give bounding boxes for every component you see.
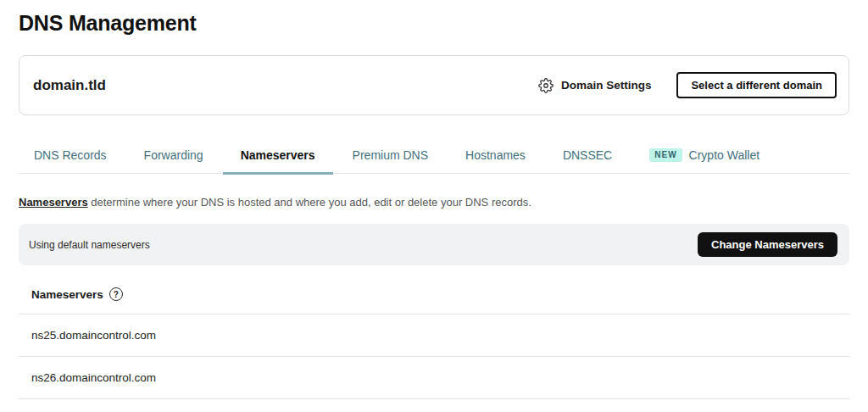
tab-dns-records[interactable]: DNS Records [34, 148, 107, 173]
tab-bar: DNS Records Forwarding Nameservers Premi… [19, 148, 849, 174]
page-title: DNS Management [19, 0, 849, 36]
tab-hostnames[interactable]: Hostnames [465, 148, 526, 173]
tab-forwarding[interactable]: Forwarding [144, 148, 203, 173]
domain-name: domain.tld [33, 77, 106, 94]
nameservers-table-header: Nameservers ? [19, 287, 849, 314]
tab-premium-dns[interactable]: Premium DNS [353, 148, 428, 173]
status-text: Using default nameservers [29, 239, 150, 251]
tab-description: Nameservers determine where your DNS is … [19, 196, 849, 209]
table-row: ns25.domaincontrol.com [19, 314, 849, 356]
nameserver-status-bar: Using default nameservers Change Nameser… [19, 224, 849, 265]
select-different-domain-button[interactable]: Select a different domain [676, 72, 837, 98]
nameservers-table: ns25.domaincontrol.com ns26.domaincontro… [19, 314, 849, 399]
domain-settings-label: Domain Settings [561, 79, 652, 92]
nameservers-column-header: Nameservers [31, 288, 103, 301]
description-text: determine where your DNS is hosted and w… [88, 196, 531, 209]
nameserver-value: ns25.domaincontrol.com [31, 329, 156, 342]
dns-management-page: DNS Management domain.tld Domain Setting… [0, 0, 868, 399]
tab-nameservers[interactable]: Nameservers [241, 148, 315, 173]
tab-dnssec[interactable]: DNSSEC [563, 148, 612, 173]
new-badge: NEW [649, 148, 682, 162]
nameservers-link[interactable]: Nameservers [19, 196, 88, 209]
tab-crypto-wallet[interactable]: NEW Crypto Wallet [649, 148, 760, 173]
table-row: ns26.domaincontrol.com [19, 356, 849, 398]
domain-settings-button[interactable]: Domain Settings [538, 78, 652, 93]
domain-card: domain.tld Domain Settings Select a diff… [19, 55, 849, 115]
help-icon[interactable]: ? [109, 287, 123, 301]
gear-icon [538, 78, 554, 93]
nameserver-value: ns26.domaincontrol.com [31, 371, 156, 384]
change-nameservers-button[interactable]: Change Nameservers [698, 232, 837, 257]
